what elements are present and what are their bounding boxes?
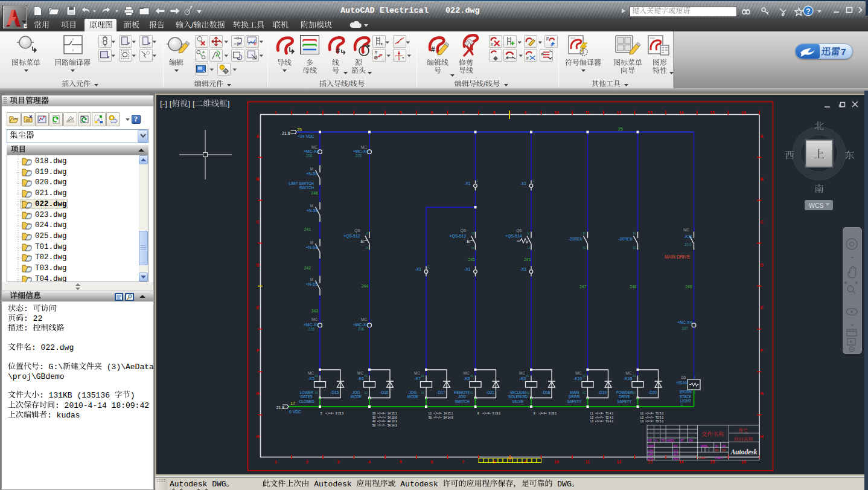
svg-text:7: 7 xyxy=(462,111,464,115)
svg-text:+QS-512: +QS-512 xyxy=(343,233,360,239)
svg-text:2: 2 xyxy=(306,111,308,115)
svg-text:M: M xyxy=(310,240,313,245)
svg-text:-K11: -K11 xyxy=(684,233,692,239)
svg-text:: 022.dwg: : 022.dwg xyxy=(31,343,74,352)
svg-text:-20RE0: -20RE0 xyxy=(618,236,632,242)
svg-text:A1: A1 xyxy=(421,374,425,377)
svg-text:H: H xyxy=(760,434,763,439)
svg-text:15: 15 xyxy=(710,111,715,115)
svg-text:-20RE0: -20RE0 xyxy=(568,236,582,242)
svg-text:POWDER: POWDER xyxy=(616,390,633,395)
svg-text:245: 245 xyxy=(468,257,475,262)
svg-text:6: 6 xyxy=(430,460,433,464)
svg-text:14: 14 xyxy=(679,111,684,115)
svg-text:L3: L3 xyxy=(640,419,643,423)
svg-text:/: / xyxy=(191,21,194,30)
svg-text:5: 5 xyxy=(321,411,322,415)
svg-text:-K9: -K9 xyxy=(519,375,526,381)
svg-text:018.dwg: 018.dwg xyxy=(35,157,67,166)
svg-text:7: 7 xyxy=(841,46,846,56)
svg-text:1: 1 xyxy=(533,179,535,182)
svg-text:206: 206 xyxy=(358,326,364,331)
svg-text:A2: A2 xyxy=(421,391,425,394)
svg-text:C: C xyxy=(256,219,260,225)
svg-text:G: G xyxy=(760,391,764,396)
svg-text:#: # xyxy=(546,36,549,42)
svg-text:SAFETY: SAFETY xyxy=(617,399,632,404)
svg-text:20: 20 xyxy=(372,411,375,415)
svg-text:VALVE: VALVE xyxy=(512,399,523,404)
svg-text:343: 343 xyxy=(311,309,318,314)
svg-text:9 19.1: 9 19.1 xyxy=(493,411,500,415)
svg-text:GATES: GATES xyxy=(301,394,313,399)
svg-text:54 14.3: 54 14.3 xyxy=(388,423,397,427)
svg-text:4: 4 xyxy=(368,460,371,464)
svg-text:G: G xyxy=(256,391,260,396)
svg-text:9: 9 xyxy=(528,231,529,234)
svg-text:-X1: -X1 xyxy=(520,266,526,272)
svg-text:L3: L3 xyxy=(590,419,593,423)
svg-text:VL: VL xyxy=(655,439,659,443)
svg-text:51: 51 xyxy=(583,231,586,234)
svg-text:307: 307 xyxy=(682,326,688,330)
svg-text:REV: REV xyxy=(674,456,680,460)
svg-text::: : xyxy=(24,324,33,333)
svg-text:F: F xyxy=(761,348,764,353)
svg-text:248: 248 xyxy=(630,285,636,289)
svg-text:52: 52 xyxy=(633,247,636,250)
svg-text:A1: A1 xyxy=(365,374,368,377)
svg-text:-D15: -D15 xyxy=(331,390,339,395)
svg-text:249: 249 xyxy=(685,285,692,289)
svg-text:-D19: -D19 xyxy=(598,390,607,395)
svg-text:-K15: -K15 xyxy=(624,375,632,381)
svg-text:] [: ] [ xyxy=(188,99,196,108)
svg-text:020.dwg: 020.dwg xyxy=(35,179,67,187)
svg-text:MC: MC xyxy=(361,317,367,322)
svg-text:#: # xyxy=(375,50,378,56)
svg-text:241: 241 xyxy=(304,227,311,232)
svg-text:A: A xyxy=(256,134,260,139)
svg-text:TR: TR xyxy=(661,439,665,443)
svg-text:A2: A2 xyxy=(633,391,636,394)
svg-text:1: 1 xyxy=(694,392,696,395)
svg-text:: G:\: : G:\ xyxy=(39,363,63,372)
svg-text:L2: L2 xyxy=(590,415,593,419)
svg-text:DWG: DWG xyxy=(553,480,572,489)
svg-text:T3 5.1: T3 5.1 xyxy=(656,419,663,423)
svg-text:T01.dwg: T01.dwg xyxy=(35,243,67,251)
svg-text:21.8: 21.8 xyxy=(282,130,290,136)
svg-text:]: ] xyxy=(228,99,230,108)
svg-text:#: # xyxy=(431,45,435,54)
svg-text:5: 5 xyxy=(400,460,402,464)
svg-text:-D16: -D16 xyxy=(380,390,389,395)
svg-text:14: 14 xyxy=(366,247,369,250)
svg-text:JOG: JOG xyxy=(458,394,466,399)
svg-text:: 2010-4-14 18:09:42: : 2010-4-14 18:09:42 xyxy=(55,401,149,410)
svg-text:L1: L1 xyxy=(640,411,643,415)
svg-text:D4: D4 xyxy=(722,448,726,452)
svg-text::: : xyxy=(24,305,33,314)
svg-text:8: 8 xyxy=(477,411,479,415)
svg-text:M: M xyxy=(310,277,313,282)
svg-text:A1: A1 xyxy=(526,374,530,377)
svg-text:bM: bM xyxy=(722,443,726,448)
svg-text:10: 10 xyxy=(554,111,559,115)
svg-text:D: D xyxy=(256,262,260,268)
svg-text:244: 244 xyxy=(362,284,368,289)
svg-text:M: M xyxy=(310,203,313,208)
svg-text:A1: A1 xyxy=(315,374,319,377)
svg-text:50: 50 xyxy=(429,415,432,419)
svg-text:6: 6 xyxy=(430,111,433,115)
svg-text:14 15.1: 14 15.1 xyxy=(444,411,453,415)
svg-text:C: C xyxy=(760,219,764,225)
svg-text:10: 10 xyxy=(528,247,531,250)
svg-text:Autodesk: Autodesk xyxy=(730,448,757,456)
svg-text:3: 3 xyxy=(337,460,339,464)
svg-text:205: 205 xyxy=(356,153,362,158)
svg-text:9 15.3: 9 15.3 xyxy=(336,411,343,415)
svg-text:A1: A1 xyxy=(633,374,636,377)
svg-text:14: 14 xyxy=(471,247,474,250)
svg-text:25: 25 xyxy=(297,127,302,132)
svg-text:MC: MC xyxy=(576,371,582,376)
svg-text:50: 50 xyxy=(372,423,375,427)
